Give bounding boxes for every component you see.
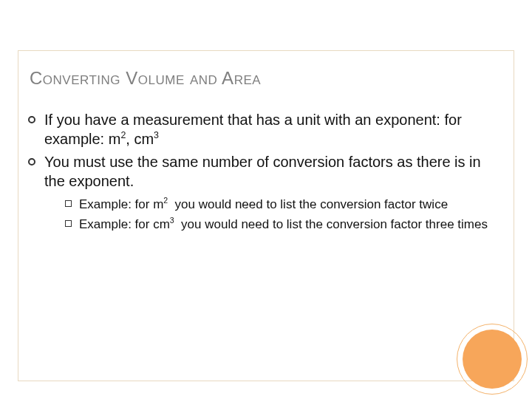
sub-bullet-list: Example: for m2 you would need to list t…: [65, 197, 501, 233]
sub-bullet-text: Example: for cm3 you would need to list …: [79, 216, 488, 233]
bullet-text: You must use the same number of conversi…: [44, 153, 501, 191]
square-bullet-icon: [65, 220, 72, 227]
sub-bullet-item: Example: for m2 you would need to list t…: [65, 197, 501, 213]
circle-fill-icon: [463, 330, 522, 389]
square-bullet-icon: [65, 200, 72, 207]
bullet-item: You must use the same number of conversi…: [28, 153, 501, 191]
bullet-text: If you have a measurement that has a uni…: [44, 111, 501, 149]
sub-bullet-item: Example: for cm3 you would need to list …: [65, 216, 501, 233]
circle-bullet-icon: [28, 158, 35, 166]
bullet-item: If you have a measurement that has a uni…: [28, 111, 501, 149]
slide-title: Converting Volume and Area: [30, 68, 261, 89]
slide-content: If you have a measurement that has a uni…: [28, 111, 501, 236]
circle-bullet-icon: [28, 116, 35, 123]
corner-decoration: [457, 324, 528, 395]
sub-bullet-text: Example: for m2 you would need to list t…: [79, 197, 448, 213]
